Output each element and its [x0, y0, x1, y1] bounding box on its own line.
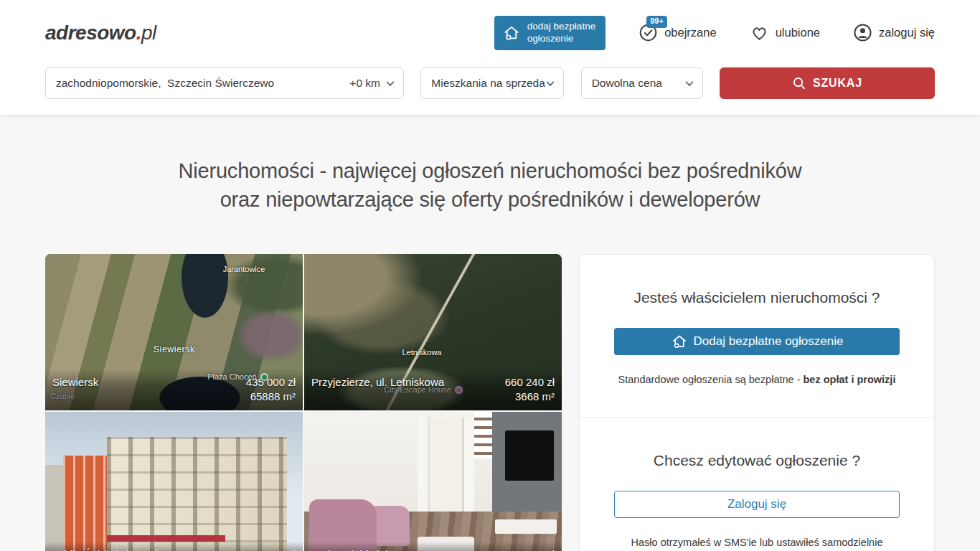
listing-photo: [304, 412, 562, 551]
owner-panel: Jesteś właścicielem nieruchomości ? Doda…: [579, 254, 935, 551]
listing-name: Lublin Śródmieście, ul.: [52, 547, 161, 551]
header-actions: dodaj bezpłatne ogłoszenie 99+: [494, 16, 935, 50]
search-icon: [792, 76, 806, 90]
radius-value[interactable]: +0 km: [349, 77, 380, 90]
logo-tld: pl: [141, 22, 156, 44]
chevron-down-icon: [386, 78, 394, 86]
hero-section: Nieruchomości - najwięcej ogłoszeń nieru…: [45, 156, 935, 214]
search-submit-button[interactable]: SZUKAJ: [720, 67, 935, 99]
viewed-count-badge: 99+: [646, 16, 667, 27]
owner-section-note: Standardowe ogłoszenia są bezpłatne - be…: [614, 374, 900, 385]
photo-media-unit: [495, 519, 557, 534]
site-logo[interactable]: adresowo.pl: [45, 22, 156, 44]
edit-section-title: Chcesz edytować ogłoszenie ?: [614, 452, 900, 469]
page-title: Nieruchomości - najwięcej ogłoszeń nieru…: [45, 156, 935, 214]
add-listing-label: dodaj bezpłatne ogłoszenie: [527, 21, 595, 45]
listing-card[interactable]: Letniskowa City Escape House Przyjezierz…: [304, 254, 562, 410]
viewed-button[interactable]: 99+ obejrzane: [639, 23, 716, 42]
logo-brand-name: adresowo: [45, 22, 136, 44]
user-circle-icon: [853, 23, 872, 42]
edit-section: Chcesz edytować ogłoszenie ? Zaloguj się…: [580, 417, 934, 551]
listing-name: Przyjezierze, ul. Letniskowa: [311, 375, 444, 390]
price-select[interactable]: Dowolna cena: [581, 67, 703, 99]
listing-price: 890 000 zł: [505, 547, 555, 551]
search-input[interactable]: [56, 77, 344, 90]
sidebar-login-button[interactable]: Zaloguj się: [614, 491, 900, 518]
photo-tv: [505, 430, 554, 481]
search-bar: +0 km Mieszkania na sprzeda Dowolna cena: [45, 67, 935, 99]
map-town-label: Jarantowice: [223, 265, 265, 273]
add-listing-button[interactable]: dodaj bezpłatne ogłoszenie: [494, 16, 606, 50]
house-add-icon: [671, 333, 688, 350]
listing-card[interactable]: Jarantowice Siewiersk Plaża Choceń Czupi…: [45, 254, 303, 410]
login-button[interactable]: zaloguj się: [853, 23, 935, 42]
listing-card[interactable]: Lublin Śródmieście, ul. 545 000 zł: [45, 412, 303, 551]
photo-armchair: [371, 506, 410, 547]
photo-hallway: [418, 418, 474, 512]
category-select[interactable]: Mieszkania na sprzeda: [420, 67, 564, 99]
photo-awning: [107, 535, 225, 542]
viewed-label: obejrzane: [664, 26, 716, 39]
add-free-listing-button[interactable]: Dodaj bezpłatne ogłoszenie: [614, 328, 900, 355]
listing-price: 545 000 zł: [246, 547, 296, 551]
category-value: Mieszkania na sprzeda: [431, 77, 545, 90]
listing-name: Wola Zgłobieńska: [311, 547, 397, 551]
listing-price: 435 000 zł65888 m²: [246, 375, 296, 404]
owner-section-title: Jesteś właścicielem nieruchomości ?: [614, 289, 900, 306]
page-header: adresowo.pl dodaj bezpłatne ogłosz: [0, 0, 980, 115]
owner-section: Jesteś właścicielem nieruchomości ? Doda…: [580, 255, 934, 417]
listing-card[interactable]: Wola Zgłobieńska 890 000 zł: [304, 412, 562, 551]
listing-photo: [45, 412, 303, 551]
edit-section-note: Hasło otrzymałeś w SMS'ie lub ustawiłeś …: [614, 537, 900, 548]
location-field[interactable]: +0 km: [45, 67, 404, 99]
chevron-down-icon: [547, 78, 555, 86]
map-street-label: Letniskowa: [402, 348, 441, 357]
heart-icon: [750, 23, 769, 42]
map-town-label: Siewiersk: [154, 344, 195, 354]
logo-dot: .: [136, 22, 141, 44]
listing-name: Siewiersk: [52, 375, 98, 390]
add-free-listing-label: Dodaj bezpłatne ogłoszenie: [694, 334, 844, 349]
house-add-icon: [502, 24, 521, 42]
search-submit-label: SZUKAJ: [813, 77, 862, 90]
chevron-down-icon: [685, 78, 693, 86]
photo-building: [107, 437, 287, 551]
photo-building: [63, 456, 107, 551]
listing-price: 660 240 zł3668 m²: [505, 375, 555, 404]
listings-grid: Jarantowice Siewiersk Plaża Choceń Czupi…: [45, 254, 562, 551]
favorites-button[interactable]: ulubione: [750, 23, 820, 42]
price-value: Dowolna cena: [592, 77, 662, 90]
favorites-label: ulubione: [776, 26, 820, 39]
login-label: zaloguj się: [879, 26, 935, 39]
